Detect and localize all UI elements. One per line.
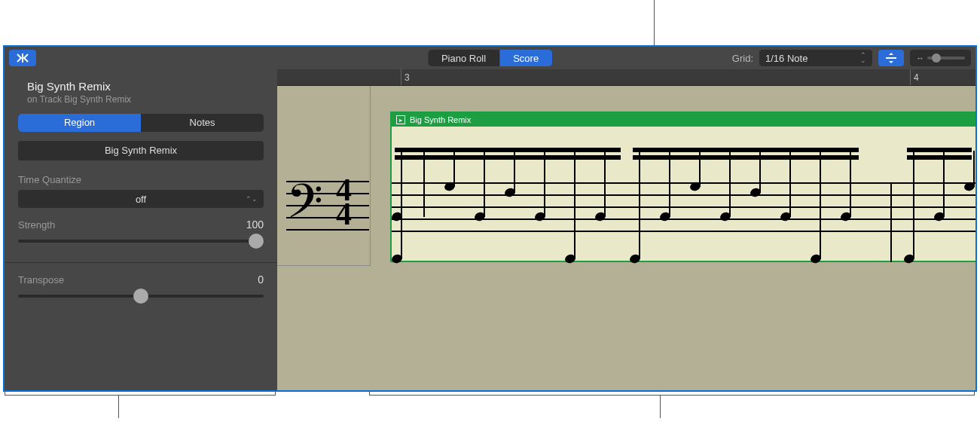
- track-header: Big Synth Remix on Track Big Synth Remix: [18, 80, 264, 105]
- slider-thumb[interactable]: [249, 234, 264, 249]
- region-name-field[interactable]: Big Synth Remix: [18, 141, 264, 160]
- score-display[interactable]: 3 4 𝄢 4 4 ▸: [277, 69, 975, 390]
- callout-bracket-score: [369, 395, 975, 396]
- divider: [5, 262, 277, 263]
- ruler-mark-4: 4: [910, 69, 919, 85]
- tab-notes[interactable]: Notes: [141, 114, 264, 132]
- clef-panel: 𝄢 4 4: [277, 86, 371, 265]
- notes-container: [392, 143, 975, 279]
- track-title: Big Synth Remix: [27, 80, 131, 93]
- score-editor-window: Piano Roll Score Grid: 1/16 Note ⌃⌄ ↔: [3, 45, 977, 392]
- catch-playhead-button[interactable]: [9, 50, 36, 66]
- track-subtitle: on Track Big Synth Remix: [27, 94, 131, 105]
- tab-region[interactable]: Region: [18, 114, 141, 132]
- tab-piano-roll[interactable]: Piano Roll: [428, 50, 499, 66]
- barline: [890, 182, 892, 262]
- bass-clef-icon: 𝄢: [286, 175, 323, 241]
- callout-line-top: [654, 0, 655, 45]
- ruler-mark-3: 3: [401, 69, 410, 85]
- region-title: Big Synth Remix: [410, 115, 471, 124]
- time-quantize-label: Time Quantize: [18, 174, 264, 185]
- tab-score[interactable]: Score: [499, 50, 552, 66]
- inspector-sidebar: Big Synth Remix on Track Big Synth Remix…: [5, 69, 277, 390]
- slider-track: [18, 240, 264, 243]
- main-area: Big Synth Remix on Track Big Synth Remix…: [5, 69, 975, 390]
- transpose-label: Transpose: [18, 274, 64, 286]
- time-quantize-select[interactable]: off: [18, 190, 264, 208]
- hzoom-icon: ↔: [916, 53, 924, 63]
- toolbar-right: Grid: 1/16 Note ⌃⌄ ↔: [732, 50, 971, 66]
- grid-select[interactable]: 1/16 Note ⌃⌄: [759, 50, 872, 66]
- vertical-zoom-icon: [884, 52, 898, 64]
- strength-label: Strength: [18, 219, 55, 231]
- hzoom-thumb[interactable]: [932, 53, 941, 63]
- updown-icon: ⌃⌄: [860, 53, 866, 63]
- time-quantize-value: off: [136, 194, 146, 205]
- grid-label: Grid:: [732, 53, 753, 64]
- vertical-autozoom-button[interactable]: [878, 50, 904, 66]
- callout-bracket-sidebar: [5, 395, 276, 396]
- transpose-value: 0: [258, 273, 264, 286]
- view-mode-tabs: Piano Roll Score: [428, 50, 552, 66]
- time-signature: 4 4: [336, 178, 352, 226]
- clef-panel-empty: [277, 265, 371, 390]
- strength-value: 100: [246, 218, 264, 231]
- bar-ruler[interactable]: 3 4: [277, 69, 975, 86]
- grid-value: 1/16 Note: [765, 53, 808, 64]
- editor-toolbar: Piano Roll Score Grid: 1/16 Note ⌃⌄ ↔: [5, 47, 975, 69]
- catch-icon: [16, 53, 29, 63]
- region-header[interactable]: ▸ Big Synth Remix: [392, 113, 975, 127]
- svg-rect-1: [886, 57, 896, 59]
- transpose-slider[interactable]: [18, 289, 264, 304]
- slider-thumb[interactable]: [133, 289, 148, 304]
- horizontal-zoom-slider[interactable]: ↔: [910, 50, 971, 66]
- strength-slider[interactable]: [18, 234, 264, 249]
- inspector-tabs: Region Notes: [18, 114, 264, 132]
- hzoom-track: [927, 57, 965, 60]
- midi-region[interactable]: ▸ Big Synth Remix: [390, 112, 975, 262]
- loop-icon: ▸: [396, 115, 405, 124]
